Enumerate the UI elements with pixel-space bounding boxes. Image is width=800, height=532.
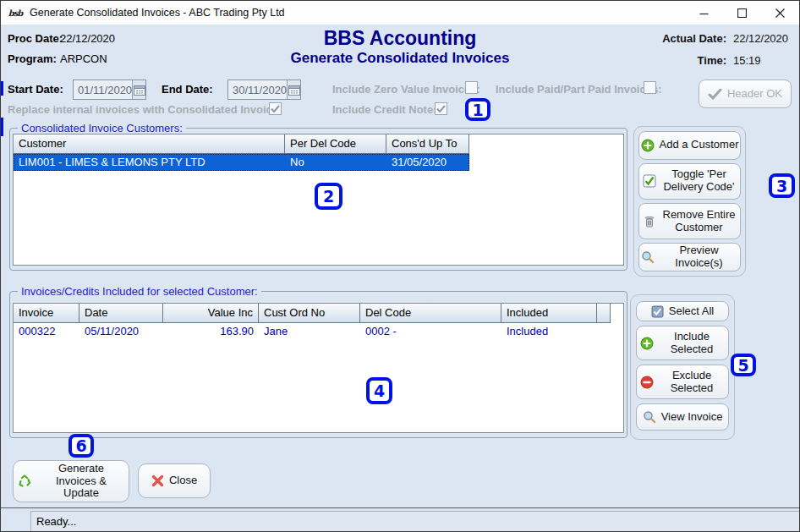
add-customer-label: Add a Customer <box>660 139 739 151</box>
per-del-code-cell: No <box>285 154 386 171</box>
header-right-info: Actual Date: 22/12/2020 Time: 15:19 <box>662 32 794 67</box>
annotation-badge-1: 1 <box>465 98 490 121</box>
col-included[interactable]: Included <box>501 304 597 323</box>
view-invoice-button[interactable]: View Invoice <box>636 403 729 431</box>
invoice-cell: 000322 <box>14 323 79 340</box>
annotation-edge-mark <box>1 118 3 136</box>
trash-icon <box>643 215 656 228</box>
customer-row[interactable]: LIM001 - LIMES & LEMONS PTY LTD No 31/05… <box>14 154 469 171</box>
exclude-icon <box>640 376 654 389</box>
window-title: Generate Consolidated Invoices - ABC Tra… <box>30 7 285 19</box>
close-window-button[interactable] <box>761 1 799 25</box>
minimize-icon <box>699 8 709 18</box>
col-customer[interactable]: Customer <box>14 134 285 154</box>
include-credit-checkbox[interactable] <box>435 102 447 115</box>
annotation-badge-4: 4 <box>366 377 392 404</box>
invoice-row[interactable]: 000322 05/11/2020 163.90 Jane 0002 - Inc… <box>14 323 611 340</box>
customers-buttons-panel: Add a Customer Toggle 'Per Delivery Code… <box>633 126 746 277</box>
generate-invoices-label: Generate Invoices & Update <box>37 463 125 501</box>
window-controls <box>685 1 799 25</box>
minimize-button[interactable] <box>685 1 723 25</box>
customers-section-title: Consolidated Invoice Customers: <box>18 122 186 134</box>
toggle-per-delivery-button[interactable]: Toggle 'Per Delivery Code' <box>638 163 741 200</box>
start-date-label: Start Date: <box>8 83 63 96</box>
annotation-edge-mark <box>1 81 3 96</box>
actual-date-value: 22/12/2020 <box>733 32 794 45</box>
col-del-code[interactable]: Del Code <box>360 304 501 323</box>
annotation-badge-6: 6 <box>68 434 94 458</box>
annotation-badge-5: 5 <box>731 354 756 376</box>
add-icon <box>640 337 654 350</box>
preview-invoices-label: Preview Invoice(s) <box>660 244 738 270</box>
include-credit-label: Include Credit Notes: <box>332 103 443 116</box>
actual-date-label: Actual Date: <box>662 32 726 45</box>
select-all-label: Select All <box>669 305 714 318</box>
col-consd-up-to[interactable]: Cons'd Up To <box>386 134 469 154</box>
time-value: 15:19 <box>733 54 794 67</box>
title-bar: bsb Generate Consolidated Invoices - ABC… <box>1 1 799 25</box>
end-date-value: 30/11/2020 <box>228 84 287 96</box>
header-ok-label: Header OK <box>727 88 782 101</box>
end-date-calendar-button[interactable] <box>287 80 300 99</box>
toggle-per-delivery-label: Toggle 'Per Delivery Code' <box>661 168 737 194</box>
maximize-icon <box>737 8 747 18</box>
include-selected-button[interactable]: Include Selected <box>636 326 729 360</box>
include-zero-checkbox[interactable] <box>465 81 478 94</box>
consd-up-to-cell: 31/05/2020 <box>386 154 469 171</box>
add-customer-button[interactable]: Add a Customer <box>638 131 741 160</box>
red-x-icon <box>151 474 164 487</box>
customer-cell: LIM001 - LIMES & LEMONS PTY LTD <box>14 154 285 171</box>
calendar-icon <box>134 85 145 96</box>
recycle-icon <box>17 474 32 489</box>
col-date[interactable]: Date <box>79 304 163 323</box>
calendar-icon <box>288 85 300 96</box>
replace-internal-checkbox[interactable] <box>269 102 282 115</box>
remove-customer-button[interactable]: Remove Entire Customer <box>638 203 741 239</box>
value-inc-cell: 163.90 <box>163 323 259 340</box>
col-per-del-code[interactable]: Per Del Code <box>285 134 386 154</box>
app-logo-icon: bsb <box>8 6 23 19</box>
replace-internal-label: Replace internal invoices with Consolida… <box>8 103 282 116</box>
time-label: Time: <box>662 54 726 67</box>
add-icon <box>641 139 655 152</box>
close-icon <box>775 8 785 18</box>
col-cust-ord-no[interactable]: Cust Ord No <box>259 304 360 323</box>
select-all-checkbox-icon <box>651 305 664 318</box>
del-code-cell: 0002 - <box>360 323 501 340</box>
include-zero-label: Include Zero Value Invoices: <box>332 83 480 96</box>
start-date-value: 01/11/2020 <box>74 84 132 96</box>
end-date-label: End Date: <box>162 83 213 96</box>
col-value-inc[interactable]: Value Inc <box>163 304 259 323</box>
invoices-section-title: Invoices/Credits Included for selected C… <box>18 285 261 298</box>
close-label: Close <box>169 474 197 487</box>
app-window: bsb Generate Consolidated Invoices - ABC… <box>0 0 800 532</box>
check-icon <box>708 89 722 100</box>
invoices-table-header: Invoice Date Value Inc Cust Ord No Del C… <box>14 304 611 323</box>
start-date-calendar-button[interactable] <box>132 80 145 99</box>
maximize-button[interactable] <box>723 1 761 25</box>
date-cell: 05/11/2020 <box>79 323 163 340</box>
status-text: Ready... <box>36 515 76 528</box>
exclude-selected-button[interactable]: Exclude Selected <box>636 365 729 399</box>
checkbox-check-icon <box>643 174 656 188</box>
cust-ord-no-cell: Jane <box>259 323 360 340</box>
exclude-selected-label: Exclude Selected <box>659 370 725 395</box>
preview-invoices-button[interactable]: Preview Invoice(s) <box>638 243 741 271</box>
close-button[interactable]: Close <box>138 463 211 498</box>
generate-invoices-button[interactable]: Generate Invoices & Update <box>13 460 129 502</box>
include-paid-checkbox[interactable] <box>644 81 656 94</box>
end-date-field[interactable]: 30/11/2020 <box>227 80 301 100</box>
col-invoice[interactable]: Invoice <box>14 304 79 323</box>
annotation-badge-3: 3 <box>769 173 795 198</box>
view-invoice-label: View Invoice <box>661 411 723 424</box>
invoices-buttons-panel: Select All Include Selected Exclude Sele… <box>630 294 735 440</box>
included-cell: Included <box>501 323 597 340</box>
include-selected-label: Include Selected <box>659 331 725 356</box>
header-ok-button[interactable]: Header OK <box>699 80 792 108</box>
magnifier-icon <box>643 410 656 424</box>
select-all-button[interactable]: Select All <box>636 301 729 321</box>
start-date-field[interactable]: 01/11/2020 <box>73 80 146 100</box>
magnifier-icon <box>641 250 655 264</box>
invoices-table[interactable]: Invoice Date Value Inc Cust Ord No Del C… <box>13 303 624 433</box>
status-field: Ready... <box>30 511 799 532</box>
